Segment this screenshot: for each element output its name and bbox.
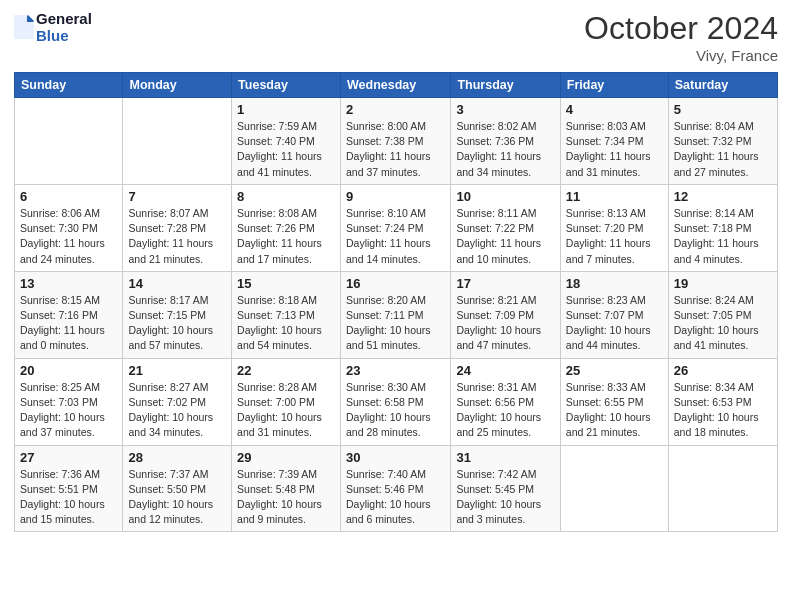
- day-info: Sunrise: 8:11 AMSunset: 7:22 PMDaylight:…: [456, 206, 554, 267]
- day-number: 4: [566, 102, 663, 117]
- week-row-3: 13 Sunrise: 8:15 AMSunset: 7:16 PMDaylig…: [15, 271, 778, 358]
- day-cell: 23 Sunrise: 8:30 AMSunset: 6:58 PMDaylig…: [340, 358, 450, 445]
- day-cell: 5 Sunrise: 8:04 AMSunset: 7:32 PMDayligh…: [668, 98, 777, 185]
- day-number: 17: [456, 276, 554, 291]
- day-info: Sunrise: 8:24 AMSunset: 7:05 PMDaylight:…: [674, 293, 772, 354]
- month-title: October 2024: [584, 10, 778, 47]
- day-number: 19: [674, 276, 772, 291]
- weekday-monday: Monday: [123, 73, 232, 98]
- day-number: 26: [674, 363, 772, 378]
- logo-blue: Blue: [36, 27, 92, 44]
- day-info: Sunrise: 8:10 AMSunset: 7:24 PMDaylight:…: [346, 206, 445, 267]
- day-cell: 17 Sunrise: 8:21 AMSunset: 7:09 PMDaylig…: [451, 271, 560, 358]
- day-cell: 30 Sunrise: 7:40 AMSunset: 5:46 PMDaylig…: [340, 445, 450, 532]
- day-info: Sunrise: 8:17 AMSunset: 7:15 PMDaylight:…: [128, 293, 226, 354]
- day-cell: 10 Sunrise: 8:11 AMSunset: 7:22 PMDaylig…: [451, 184, 560, 271]
- weekday-wednesday: Wednesday: [340, 73, 450, 98]
- day-cell: 15 Sunrise: 8:18 AMSunset: 7:13 PMDaylig…: [232, 271, 341, 358]
- day-cell: 12 Sunrise: 8:14 AMSunset: 7:18 PMDaylig…: [668, 184, 777, 271]
- day-info: Sunrise: 7:39 AMSunset: 5:48 PMDaylight:…: [237, 467, 335, 528]
- day-cell: 22 Sunrise: 8:28 AMSunset: 7:00 PMDaylig…: [232, 358, 341, 445]
- day-cell: 29 Sunrise: 7:39 AMSunset: 5:48 PMDaylig…: [232, 445, 341, 532]
- calendar-table: SundayMondayTuesdayWednesdayThursdayFrid…: [14, 72, 778, 532]
- day-info: Sunrise: 8:20 AMSunset: 7:11 PMDaylight:…: [346, 293, 445, 354]
- day-number: 31: [456, 450, 554, 465]
- day-cell: 27 Sunrise: 7:36 AMSunset: 5:51 PMDaylig…: [15, 445, 123, 532]
- day-number: 15: [237, 276, 335, 291]
- day-number: 8: [237, 189, 335, 204]
- day-number: 11: [566, 189, 663, 204]
- day-number: 1: [237, 102, 335, 117]
- day-info: Sunrise: 7:59 AMSunset: 7:40 PMDaylight:…: [237, 119, 335, 180]
- day-cell: 16 Sunrise: 8:20 AMSunset: 7:11 PMDaylig…: [340, 271, 450, 358]
- week-row-1: 1 Sunrise: 7:59 AMSunset: 7:40 PMDayligh…: [15, 98, 778, 185]
- day-number: 29: [237, 450, 335, 465]
- day-number: 10: [456, 189, 554, 204]
- day-number: 13: [20, 276, 117, 291]
- day-number: 6: [20, 189, 117, 204]
- day-info: Sunrise: 8:15 AMSunset: 7:16 PMDaylight:…: [20, 293, 117, 354]
- day-cell: 3 Sunrise: 8:02 AMSunset: 7:36 PMDayligh…: [451, 98, 560, 185]
- day-info: Sunrise: 8:23 AMSunset: 7:07 PMDaylight:…: [566, 293, 663, 354]
- svg-marker-2: [27, 15, 34, 22]
- weekday-friday: Friday: [560, 73, 668, 98]
- day-number: 3: [456, 102, 554, 117]
- day-number: 16: [346, 276, 445, 291]
- day-number: 14: [128, 276, 226, 291]
- day-number: 23: [346, 363, 445, 378]
- day-number: 9: [346, 189, 445, 204]
- day-cell: [668, 445, 777, 532]
- day-cell: 19 Sunrise: 8:24 AMSunset: 7:05 PMDaylig…: [668, 271, 777, 358]
- week-row-2: 6 Sunrise: 8:06 AMSunset: 7:30 PMDayligh…: [15, 184, 778, 271]
- day-info: Sunrise: 8:02 AMSunset: 7:36 PMDaylight:…: [456, 119, 554, 180]
- day-number: 18: [566, 276, 663, 291]
- day-number: 30: [346, 450, 445, 465]
- day-number: 25: [566, 363, 663, 378]
- day-cell: 6 Sunrise: 8:06 AMSunset: 7:30 PMDayligh…: [15, 184, 123, 271]
- day-cell: 13 Sunrise: 8:15 AMSunset: 7:16 PMDaylig…: [15, 271, 123, 358]
- day-info: Sunrise: 8:31 AMSunset: 6:56 PMDaylight:…: [456, 380, 554, 441]
- day-info: Sunrise: 7:40 AMSunset: 5:46 PMDaylight:…: [346, 467, 445, 528]
- title-block: October 2024 Vivy, France: [584, 10, 778, 64]
- day-cell: [123, 98, 232, 185]
- day-info: Sunrise: 8:25 AMSunset: 7:03 PMDaylight:…: [20, 380, 117, 441]
- day-number: 21: [128, 363, 226, 378]
- day-cell: 21 Sunrise: 8:27 AMSunset: 7:02 PMDaylig…: [123, 358, 232, 445]
- logo-general: General: [36, 10, 92, 27]
- day-info: Sunrise: 7:42 AMSunset: 5:45 PMDaylight:…: [456, 467, 554, 528]
- day-cell: 9 Sunrise: 8:10 AMSunset: 7:24 PMDayligh…: [340, 184, 450, 271]
- day-number: 22: [237, 363, 335, 378]
- day-cell: 7 Sunrise: 8:07 AMSunset: 7:28 PMDayligh…: [123, 184, 232, 271]
- week-row-5: 27 Sunrise: 7:36 AMSunset: 5:51 PMDaylig…: [15, 445, 778, 532]
- weekday-thursday: Thursday: [451, 73, 560, 98]
- day-info: Sunrise: 8:21 AMSunset: 7:09 PMDaylight:…: [456, 293, 554, 354]
- location: Vivy, France: [584, 47, 778, 64]
- day-number: 2: [346, 102, 445, 117]
- day-cell: 2 Sunrise: 8:00 AMSunset: 7:38 PMDayligh…: [340, 98, 450, 185]
- day-info: Sunrise: 8:13 AMSunset: 7:20 PMDaylight:…: [566, 206, 663, 267]
- day-number: 7: [128, 189, 226, 204]
- day-number: 5: [674, 102, 772, 117]
- day-info: Sunrise: 8:08 AMSunset: 7:26 PMDaylight:…: [237, 206, 335, 267]
- day-info: Sunrise: 7:36 AMSunset: 5:51 PMDaylight:…: [20, 467, 117, 528]
- day-info: Sunrise: 8:04 AMSunset: 7:32 PMDaylight:…: [674, 119, 772, 180]
- weekday-header-row: SundayMondayTuesdayWednesdayThursdayFrid…: [15, 73, 778, 98]
- day-cell: [15, 98, 123, 185]
- day-cell: [560, 445, 668, 532]
- day-info: Sunrise: 7:37 AMSunset: 5:50 PMDaylight:…: [128, 467, 226, 528]
- day-info: Sunrise: 8:14 AMSunset: 7:18 PMDaylight:…: [674, 206, 772, 267]
- day-cell: 20 Sunrise: 8:25 AMSunset: 7:03 PMDaylig…: [15, 358, 123, 445]
- day-info: Sunrise: 8:28 AMSunset: 7:00 PMDaylight:…: [237, 380, 335, 441]
- day-info: Sunrise: 8:00 AMSunset: 7:38 PMDaylight:…: [346, 119, 445, 180]
- day-info: Sunrise: 8:30 AMSunset: 6:58 PMDaylight:…: [346, 380, 445, 441]
- day-number: 28: [128, 450, 226, 465]
- day-info: Sunrise: 8:03 AMSunset: 7:34 PMDaylight:…: [566, 119, 663, 180]
- day-number: 20: [20, 363, 117, 378]
- day-cell: 8 Sunrise: 8:08 AMSunset: 7:26 PMDayligh…: [232, 184, 341, 271]
- day-cell: 4 Sunrise: 8:03 AMSunset: 7:34 PMDayligh…: [560, 98, 668, 185]
- day-cell: 14 Sunrise: 8:17 AMSunset: 7:15 PMDaylig…: [123, 271, 232, 358]
- logo: General Blue: [14, 10, 92, 45]
- day-cell: 11 Sunrise: 8:13 AMSunset: 7:20 PMDaylig…: [560, 184, 668, 271]
- day-info: Sunrise: 8:33 AMSunset: 6:55 PMDaylight:…: [566, 380, 663, 441]
- week-row-4: 20 Sunrise: 8:25 AMSunset: 7:03 PMDaylig…: [15, 358, 778, 445]
